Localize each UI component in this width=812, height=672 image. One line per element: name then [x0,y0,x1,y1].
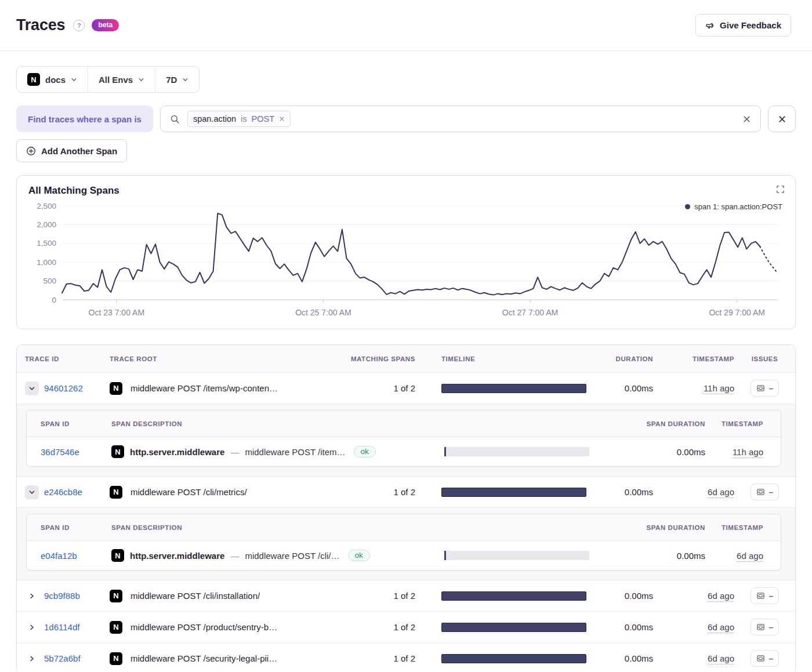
col-span-timestamp: TIMESTAMP [705,420,781,427]
collapse-row-button[interactable] [25,382,39,395]
expand-row-button[interactable] [25,589,39,603]
span-duration-value: 0.00ms [589,447,705,457]
timestamp-value[interactable]: 6d ago [708,487,734,497]
timeline-bar[interactable] [441,591,586,601]
give-feedback-button[interactable]: Give Feedback [695,14,791,37]
timeline-bar[interactable] [441,488,586,497]
search-filter-token[interactable]: span.action is POST [187,111,291,127]
trace-root-text: middleware POST /security-legal-pii… [130,653,277,663]
issues-count: – [769,655,774,663]
clear-search-icon[interactable] [742,115,751,123]
chevron-down-icon [71,77,77,83]
dash-separator: — [230,447,239,457]
span-subtable-header: SPAN ID SPAN DESCRIPTION SPAN DURATION T… [27,514,781,541]
svg-text:1,500: 1,500 [37,239,56,248]
timestamp-value[interactable]: 6d ago [708,653,734,663]
span-description: middleware POST /item… [245,447,345,457]
expand-row-button[interactable] [25,652,39,666]
span-timestamp-value[interactable]: 11h ago [733,447,763,457]
table-row[interactable]: 94601262 N middleware POST /items/wp-con… [17,373,795,404]
span-timeline-bar[interactable] [444,551,589,560]
duration-value: 0.00ms [589,653,653,663]
date-range-filter[interactable]: 7D [155,67,199,92]
span-status-badge: ok [354,446,376,457]
matching-spans-count: 1 of 2 [346,591,415,601]
nextjs-icon: N [111,549,124,562]
give-feedback-label: Give Feedback [720,20,781,30]
project-filter-label: docs [45,75,66,85]
issues-button[interactable]: – [751,380,780,397]
nextjs-icon: N [110,486,122,499]
environment-filter[interactable]: All Envs [88,67,155,92]
issues-button[interactable]: – [751,650,780,667]
token-operator: is [241,114,246,123]
issues-button[interactable]: – [751,484,780,500]
trace-table-body: 94601262 N middleware POST /items/wp-con… [17,373,795,672]
timestamp-value[interactable]: 6d ago [708,591,734,601]
span-op: http.server.middleware [130,447,224,457]
trace-id-link[interactable]: e246cb8e [44,487,82,497]
collapse-row-button[interactable] [25,485,39,499]
trace-id-link[interactable]: 5b72a6bf [44,653,81,663]
help-icon[interactable]: ? [73,20,85,31]
matching-spans-count: 1 of 2 [346,383,415,393]
col-span-id: SPAN ID [27,420,111,427]
span-row[interactable]: e04fa12b N http.server.middleware — midd… [27,541,781,570]
span-id-link[interactable]: 36d7546e [41,447,79,457]
fullscreen-expand-icon[interactable] [776,185,785,195]
spans-chart: 05001,0001,5002,0002,500Oct 23 7:00 AMOc… [28,200,785,323]
svg-text:0: 0 [52,296,56,304]
timestamp-value[interactable]: 11h ago [704,383,734,393]
table-row[interactable]: e246cb8e N middleware POST /cli/metrics/… [17,477,795,508]
token-key: span.action [193,114,236,123]
timestamp-value[interactable]: 6d ago [708,622,734,632]
nextjs-icon: N [27,73,40,86]
chevron-down-icon [138,77,144,83]
span-subtable: SPAN ID SPAN DESCRIPTION SPAN DURATION T… [26,410,781,467]
trace-id-link[interactable]: 1d6114df [44,622,79,632]
table-row[interactable]: 5b72a6bf N middleware POST /security-leg… [17,643,795,672]
trace-table-header: TRACE ID TRACE ROOT MATCHING SPANS TIMEL… [17,345,795,373]
duration-value: 0.00ms [589,622,653,632]
trace-root-text: middleware POST /product/sentry-b… [130,622,277,632]
add-another-span-button[interactable]: Add Another Span [16,139,127,162]
matching-spans-count: 1 of 2 [346,653,415,663]
expand-row-button[interactable] [25,620,39,634]
span-duration-value: 0.00ms [589,551,705,561]
duration-value: 0.00ms [589,487,653,497]
col-timestamp: TIMESTAMP [653,355,734,362]
col-duration: DURATION [589,355,653,362]
col-trace-id: TRACE ID [17,355,110,362]
chart-legend[interactable]: span 1: span.action:POST [685,202,782,211]
remove-span-row-button[interactable] [768,106,796,132]
span-id-link[interactable]: e04fa12b [41,551,77,561]
span-timestamp-value[interactable]: 6d ago [737,551,763,561]
span-row[interactable]: 36d7546e N http.server.middleware — midd… [27,437,781,466]
timeline-bar[interactable] [441,654,586,663]
col-matching-spans: MATCHING SPANS [346,355,415,362]
matching-spans-count: 1 of 2 [346,487,415,497]
issues-button[interactable]: – [751,587,780,604]
issues-button[interactable]: – [751,619,780,635]
table-row[interactable]: 9cb9f88b N middleware POST /cli/installa… [17,580,795,612]
timeline-bar[interactable] [441,384,586,393]
span-search-input[interactable]: span.action is POST [160,106,761,132]
span-timeline-bar[interactable] [444,447,589,456]
svg-text:2,500: 2,500 [37,202,56,210]
trace-root-text: middleware POST /cli/installation/ [130,591,260,601]
remove-token-icon[interactable] [279,116,285,122]
project-filter[interactable]: N docs [17,67,88,92]
beta-badge: beta [92,19,119,31]
nextjs-icon: N [110,652,122,665]
trace-id-link[interactable]: 9cb9f88b [44,591,80,601]
trace-id-link[interactable]: 94601262 [44,383,83,393]
date-range-filter-label: 7D [166,75,177,85]
col-span-description: SPAN DESCRIPTION [111,420,444,427]
span-search-row: Find traces where a span is span.action … [16,106,796,132]
find-traces-label: Find traces where a span is [16,106,153,132]
table-row[interactable]: 1d6114df N middleware POST /product/sent… [17,612,795,643]
app-header: Traces ? beta Give Feedback [0,0,812,51]
timeline-bar[interactable] [441,623,586,632]
span-op: http.server.middleware [130,551,224,561]
svg-text:1,000: 1,000 [37,258,56,267]
